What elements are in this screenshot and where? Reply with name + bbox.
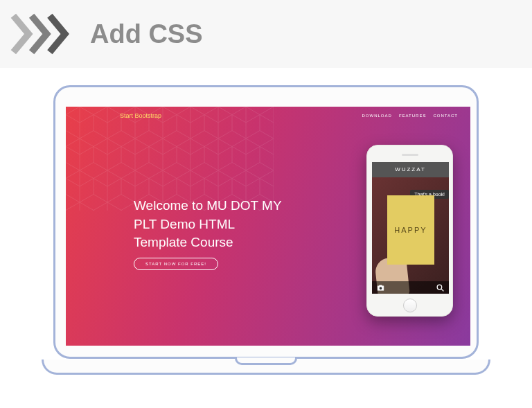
background-pattern (66, 107, 274, 211)
book-illustration: HAPPY (387, 195, 434, 265)
laptop-lid: Start Bootstrap DOWNLOAD FEATURES CONTAC… (53, 85, 479, 359)
triple-chevron-icon (10, 10, 83, 58)
hero-headline: Welcome to MU DOT MY PLT Demo HTML Templ… (134, 197, 286, 252)
laptop-base (42, 360, 490, 375)
nav-link-download[interactable]: DOWNLOAD (362, 114, 392, 118)
phone-screen: WUZZAT That's a book! HAPPY (372, 162, 449, 294)
laptop-notch (235, 357, 297, 365)
phone-speaker (402, 154, 418, 156)
svg-line-3 (441, 289, 443, 291)
book-title: HAPPY (394, 226, 427, 234)
cta-button[interactable]: START NOW FOR FREE! (134, 258, 218, 270)
slide-title: Add CSS (90, 19, 203, 49)
app-title: WUZZAT (372, 162, 449, 177)
nav-link-features[interactable]: FEATURES (399, 114, 427, 118)
search-icon[interactable] (436, 283, 445, 292)
stage: Start Bootstrap DOWNLOAD FEATURES CONTAC… (0, 68, 532, 408)
laptop-illustration: Start Bootstrap DOWNLOAD FEATURES CONTAC… (42, 85, 490, 390)
nav-link-contact[interactable]: CONTACT (433, 114, 458, 118)
slide-header: Add CSS (0, 0, 532, 68)
site-brand[interactable]: Start Bootstrap (120, 112, 161, 119)
camera-icon[interactable] (376, 283, 385, 292)
phone-mockup: WUZZAT That's a book! HAPPY (366, 145, 453, 317)
home-button-icon[interactable] (403, 299, 417, 312)
phone-toolbar (372, 281, 449, 294)
website-preview: Start Bootstrap DOWNLOAD FEATURES CONTAC… (66, 107, 470, 346)
svg-point-2 (437, 285, 442, 290)
svg-point-1 (380, 287, 382, 290)
svg-rect-0 (66, 107, 274, 211)
site-nav: DOWNLOAD FEATURES CONTACT (362, 114, 458, 118)
